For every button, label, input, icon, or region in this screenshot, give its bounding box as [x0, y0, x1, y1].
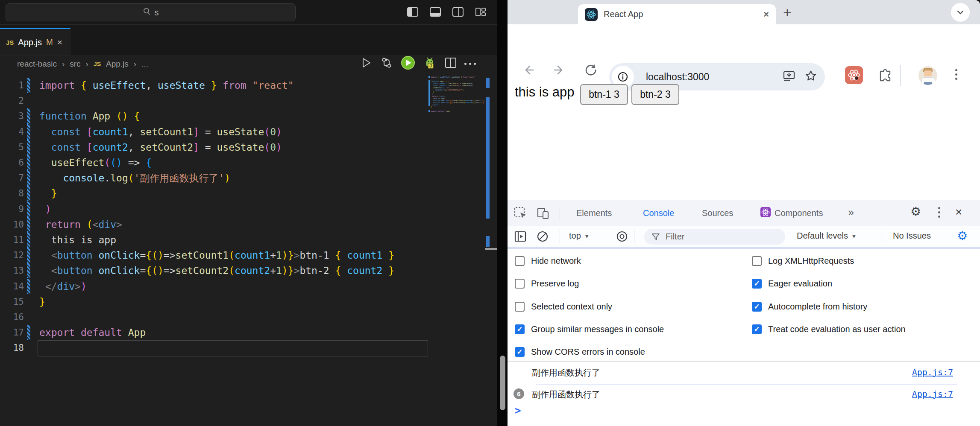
code-line[interactable]: function App () {	[39, 108, 140, 124]
devtools-close-icon[interactable]: ×	[955, 205, 962, 219]
close-tab-icon[interactable]: ×	[57, 38, 62, 47]
reload-icon[interactable]	[584, 63, 598, 79]
code-line[interactable]: <button onClick={()=>setCount2(count2+1)…	[39, 263, 394, 278]
browser-tab-react-app[interactable]: React App ×	[578, 4, 776, 24]
checkbox-label: Log XMLHttpRequests	[768, 256, 854, 266]
checkbox-label: Hide network	[531, 256, 581, 266]
line-number: 16	[4, 309, 24, 325]
devtools-tab-components[interactable]: Components	[760, 201, 823, 225]
checked-checkbox[interactable]: ✓	[752, 302, 762, 312]
tab-search-button[interactable]	[951, 3, 970, 22]
source-location-link[interactable]: App.js:7	[912, 389, 953, 399]
run-icon[interactable]	[359, 56, 373, 71]
gutter-modified-indicator	[27, 155, 30, 170]
breadcrumb-item[interactable]: react-basic	[17, 59, 57, 69]
toggle-device-toolbar-icon[interactable]	[536, 206, 550, 222]
code-line[interactable]: const [count1, setCount1] = useState(0)	[39, 124, 282, 140]
breadcrumb-separator: ›	[134, 59, 136, 69]
devtools-tab-sources[interactable]: Sources	[702, 201, 733, 225]
code-line[interactable]: <button onClick={()=>setCount1(count1+1)…	[39, 248, 394, 263]
code-line[interactable]: }	[39, 294, 45, 309]
code-line[interactable]: import { useEffect, useState } from "rea…	[39, 78, 294, 93]
console-prompt-chevron[interactable]: >	[515, 405, 521, 417]
new-tab-button[interactable]: +	[783, 5, 792, 20]
checked-checkbox[interactable]: ✓	[752, 324, 762, 334]
devtools-tab-console[interactable]: Console	[643, 201, 674, 225]
unchecked-checkbox[interactable]	[752, 256, 762, 266]
checkbox-label: Group similar messages in console	[531, 324, 664, 334]
console-setting-row: Preserve log	[515, 274, 579, 293]
log-levels-selector[interactable]: Default levels▼	[797, 231, 857, 241]
checked-checkbox[interactable]: ✓	[515, 347, 525, 357]
source-location-link[interactable]: App.js:7	[912, 367, 953, 377]
btn-1-button[interactable]: btn-1 3	[580, 84, 628, 105]
command-center-search[interactable]: s	[6, 3, 296, 21]
chrome-menu-icon[interactable]	[955, 69, 957, 80]
clear-console-icon[interactable]	[536, 230, 549, 245]
issues-counter[interactable]: No Issues	[893, 231, 931, 241]
console-filter-input[interactable]: Filter	[644, 229, 785, 245]
toggle-panel-icon[interactable]	[429, 6, 442, 18]
line-number: 15	[4, 294, 24, 309]
more-tabs-icon[interactable]: »	[848, 206, 854, 219]
code-line[interactable]: this is app	[39, 232, 116, 248]
forward-icon[interactable]	[552, 63, 566, 79]
code-line[interactable]: export default App	[39, 325, 146, 340]
chrome-tabstrip: React App × +	[508, 0, 980, 24]
console-sidebar-icon[interactable]	[513, 230, 527, 245]
checked-checkbox[interactable]: ✓	[515, 324, 525, 334]
devtools-tab-elements[interactable]: Elements	[576, 201, 612, 225]
code-line[interactable]: return (<div>	[39, 217, 122, 232]
devtools-settings-gear-icon[interactable]: ⚙	[910, 206, 921, 218]
toggle-primary-sidebar-icon[interactable]	[406, 6, 419, 18]
breadcrumb-item[interactable]: App.js	[106, 59, 129, 69]
line-number: 4	[4, 124, 24, 140]
console-settings-gear-icon[interactable]: ⚙	[957, 230, 968, 242]
breadcrumb-item[interactable]: ...	[141, 59, 148, 69]
line-number: 8	[4, 186, 24, 201]
gutter-modified-indicator	[27, 217, 30, 232]
code-line[interactable]: </div>)	[39, 279, 87, 294]
filter-placeholder: Filter	[666, 232, 684, 242]
devtools-menu-icon[interactable]	[938, 207, 940, 218]
unchecked-checkbox[interactable]	[515, 279, 525, 289]
code-line[interactable]: const [count2, setCount2] = useState(0)	[39, 140, 282, 155]
code-line[interactable]: )	[39, 201, 51, 217]
checked-checkbox[interactable]: ✓	[752, 279, 762, 289]
back-icon[interactable]	[521, 63, 536, 79]
editor-scrollbar-thumb[interactable]	[500, 356, 505, 410]
toggle-secondary-sidebar-icon[interactable]	[452, 6, 464, 18]
code-line[interactable]: console.log('副作用函数执行了')	[39, 170, 230, 186]
more-actions-icon[interactable]	[464, 63, 476, 65]
eye-live-expression-icon[interactable]	[615, 230, 629, 245]
extensions-puzzle-icon[interactable]	[877, 67, 893, 85]
inspect-element-icon[interactable]	[513, 206, 528, 222]
run-code-icon[interactable]	[401, 55, 415, 72]
react-devtools-extension-icon[interactable]	[845, 66, 863, 84]
breadcrumb[interactable]: react-basic›src›JSApp.js›...	[17, 55, 148, 73]
message-repeat-count-badge: 6	[513, 388, 524, 399]
btn-2-button[interactable]: btn-2 3	[631, 84, 679, 105]
close-tab-icon[interactable]: ×	[763, 9, 769, 20]
customize-layout-icon[interactable]	[474, 6, 487, 18]
tab-appjs[interactable]: JS App.js M ×	[0, 28, 70, 55]
bookmark-star-icon[interactable]	[804, 70, 817, 84]
breadcrumb-item[interactable]: src	[70, 59, 80, 69]
profile-avatar[interactable]	[918, 66, 937, 85]
open-in-browser-icon[interactable]: J	[423, 55, 437, 72]
unchecked-checkbox[interactable]	[515, 256, 525, 266]
code-line[interactable]: useEffect(() => {	[39, 155, 152, 170]
code-editor[interactable]: 1import { useEffect, useState } from "re…	[0, 73, 428, 426]
install-app-icon[interactable]	[782, 69, 796, 85]
context-selector[interactable]: top▼	[569, 231, 590, 241]
gutter-modified-indicator	[27, 108, 30, 124]
console-message-text: 副作用函数执行了	[532, 389, 600, 400]
line-number: 5	[4, 140, 24, 155]
url-text[interactable]: localhost:3000	[646, 71, 782, 83]
open-changes-icon[interactable]	[380, 56, 393, 71]
code-line[interactable]: }	[39, 186, 57, 201]
unchecked-checkbox[interactable]	[515, 302, 525, 312]
split-editor-icon[interactable]	[444, 56, 457, 71]
line-number: 9	[4, 201, 24, 217]
minimap[interactable]: import { useEffect, useState } from "rea…	[428, 76, 485, 136]
